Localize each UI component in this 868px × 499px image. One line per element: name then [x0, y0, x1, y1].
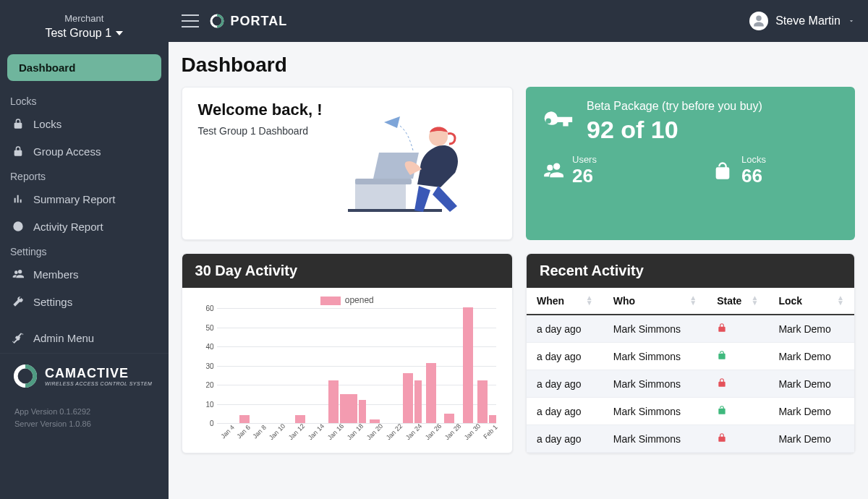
summary-report-label: Summary Report	[33, 193, 115, 205]
locks-label: Locks	[741, 154, 766, 165]
cell-who: Mark Simmons	[603, 398, 707, 425]
col-lock[interactable]: Lock▲▼	[768, 288, 854, 315]
sidebar-item-locks[interactable]: Locks	[0, 110, 169, 137]
legend-label: opened	[345, 295, 374, 305]
table-row[interactable]: a day agoMark SimmonsMark Demo	[527, 315, 854, 343]
sidebar-item-settings[interactable]: Settings	[0, 288, 169, 315]
portal-logo[interactable]: PORTAL	[209, 13, 288, 29]
cell-who: Mark Simmons	[603, 425, 707, 453]
ytick: 10	[195, 400, 214, 408]
bar-chart-icon	[12, 192, 25, 205]
table-row[interactable]: a day agoMark SimmonsMark Demo	[527, 425, 854, 453]
chart-title: 30 Day Activity	[182, 254, 512, 288]
sort-icon: ▲▼	[751, 295, 758, 305]
portal-title: PORTAL	[231, 14, 288, 29]
lock-icon	[12, 145, 25, 158]
portal-ring-icon	[209, 13, 225, 29]
package-users: Users26	[543, 154, 597, 187]
ytick: 50	[195, 323, 214, 331]
bar	[477, 380, 488, 423]
sidebar-item-admin-menu[interactable]: Admin Menu	[0, 324, 169, 351]
wrench-icon	[12, 295, 25, 308]
package-count: 92 of 10	[587, 116, 762, 144]
merchant-label: Merchant	[7, 13, 161, 24]
sidebar-item-members[interactable]: Members	[0, 260, 169, 288]
user-menu[interactable]: Steve Martin	[749, 12, 855, 30]
xtick: Jan 6	[235, 424, 252, 440]
svg-rect-3	[355, 182, 406, 209]
xtick: Jan 24	[404, 422, 423, 441]
cell-lock: Mark Demo	[768, 343, 854, 370]
menu-toggle-button[interactable]	[182, 14, 199, 27]
xtick: Jan 8	[251, 424, 268, 440]
clock-icon	[12, 220, 25, 233]
users-label: Users	[572, 154, 597, 165]
package-card: Beta Package (try before you buy) 92 of …	[526, 87, 855, 240]
xtick: Jan 22	[385, 422, 404, 441]
topbar: PORTAL Steve Martin	[169, 0, 868, 42]
server-version: Server Version 1.0.86	[14, 418, 154, 430]
xtick: Jan 18	[346, 422, 365, 441]
xtick: Jan 26	[424, 422, 443, 441]
ytick: 20	[195, 381, 214, 389]
xtick: Jan 10	[268, 422, 286, 441]
cell-lock: Mark Demo	[768, 315, 854, 343]
sidebar-item-summary-report[interactable]: Summary Report	[0, 185, 169, 213]
cell-when: a day ago	[527, 398, 603, 425]
section-locks: Locks	[0, 90, 169, 110]
locked-icon	[717, 433, 727, 445]
lock-icon	[12, 117, 25, 130]
welcome-sub: Test Group 1 Dashboard	[198, 125, 323, 137]
bar	[426, 363, 436, 423]
user-name: Steve Martin	[775, 14, 841, 27]
members-label: Members	[33, 268, 79, 281]
cell-when: a day ago	[527, 315, 603, 343]
group-access-label: Group Access	[33, 145, 101, 158]
merchant-switcher[interactable]: Merchant Test Group 1	[0, 7, 169, 51]
chart-plot: 0102030405060	[217, 308, 496, 424]
xtick: Jan 16	[326, 422, 345, 441]
dashboard-label: Dashboard	[19, 61, 75, 74]
cell-when: a day ago	[527, 425, 603, 453]
sidebar-item-activity-report[interactable]: Activity Report	[0, 213, 169, 240]
package-name: Beta Package (try before you buy)	[587, 100, 762, 113]
bar	[463, 307, 473, 423]
bar	[347, 394, 357, 423]
recent-title: Recent Activity	[527, 254, 854, 288]
welcome-heading: Welcome back, !	[198, 101, 323, 119]
versions: App Version 0.1.6292 Server Version 1.0.…	[0, 398, 169, 440]
welcome-card: Welcome back, ! Test Group 1 Dashboard	[182, 87, 513, 240]
col-when[interactable]: When▲▼	[527, 288, 603, 315]
sidebar-item-group-access[interactable]: Group Access	[0, 137, 169, 165]
table-row[interactable]: a day agoMark SimmonsMark Demo	[527, 343, 854, 370]
table-row[interactable]: a day agoMark SimmonsMark Demo	[527, 370, 854, 398]
cell-state	[707, 370, 768, 398]
recent-activity-card: Recent Activity When▲▼ Who▲▼ State▲▼ Loc…	[526, 253, 855, 453]
xtick: Jan 20	[365, 422, 384, 441]
bar	[328, 380, 339, 423]
svg-rect-4	[355, 179, 412, 184]
legend-swatch	[320, 297, 341, 305]
cell-state	[707, 425, 768, 453]
xtick: Jan 4	[219, 424, 236, 440]
cell-who: Mark Simmons	[603, 343, 707, 370]
table-row[interactable]: a day agoMark SimmonsMark Demo	[527, 398, 854, 425]
col-who[interactable]: Who▲▼	[603, 288, 707, 315]
users-icon	[543, 161, 563, 181]
activity-report-label: Activity Report	[33, 221, 103, 233]
settings-label: Settings	[33, 296, 72, 308]
locks-value: 66	[741, 165, 766, 187]
app-version: App Version 0.1.6292	[14, 406, 154, 418]
sidebar-item-dashboard[interactable]: Dashboard	[7, 54, 161, 81]
package-locks: Locks66	[712, 154, 766, 187]
welcome-illustration	[330, 101, 496, 226]
section-settings: Settings	[0, 240, 169, 260]
brand-tagline: WIRELESS ACCESS CONTROL SYSTEM	[45, 381, 152, 386]
xtick: Jan 30	[463, 422, 482, 441]
caret-down-icon	[116, 31, 123, 35]
col-state[interactable]: State▲▼	[707, 288, 768, 315]
bar	[403, 373, 413, 423]
sort-icon: ▲▼	[586, 295, 593, 305]
sort-icon: ▲▼	[837, 295, 844, 305]
locks-label: Locks	[33, 118, 61, 130]
